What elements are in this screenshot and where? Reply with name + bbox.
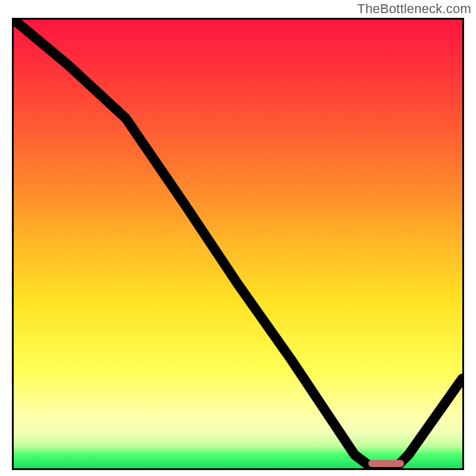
bottleneck-curve-path bbox=[14, 20, 462, 468]
watermark-text: TheBottleneck.com bbox=[357, 1, 471, 17]
chart-frame bbox=[12, 18, 464, 470]
optimal-range-marker bbox=[368, 460, 404, 467]
bottleneck-curve bbox=[14, 20, 462, 468]
